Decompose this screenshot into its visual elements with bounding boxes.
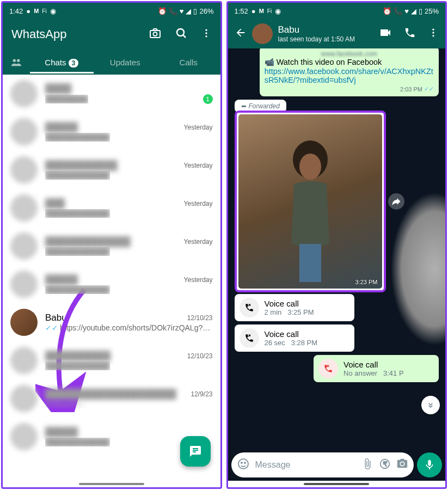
status-time: 1:42 (9, 7, 23, 15)
read-ticks-icon: ✓✓ (424, 85, 434, 93)
chat-preview: ████████████ (45, 171, 110, 180)
search-icon[interactable] (175, 27, 188, 42)
contact-info[interactable]: Babu last seen today at 1:50 AM (278, 24, 374, 43)
voice-call-icon[interactable] (404, 27, 416, 41)
svg-rect-14 (299, 244, 321, 282)
chat-preview: ████████████ (45, 438, 110, 446)
chat-preview: ████████████ (45, 209, 110, 218)
chat-item[interactable]: ███████████ Yesterday ████████████ (3, 151, 220, 189)
svg-point-11 (432, 35, 434, 36)
last-seen: last seen today at 1:50 AM (278, 35, 374, 43)
emoji-icon[interactable] (237, 457, 250, 473)
camera-input-icon[interactable] (396, 458, 408, 472)
chat-preview: ████████████ (45, 362, 110, 370)
unread-badge: 1 (203, 94, 213, 104)
call-log-in[interactable]: Voice call 26 sec 3:28 PM (235, 324, 354, 352)
chat-name: ████ (45, 83, 71, 94)
message-input[interactable]: Message ₹ (231, 452, 414, 477)
call-log-out[interactable]: Voice call No answer 3:41 P (314, 355, 439, 382)
app-dot-icon: ◉ (50, 7, 56, 15)
more-icon[interactable] (201, 28, 212, 41)
svg-point-4 (205, 29, 207, 31)
app-dot-icon: ◉ (275, 7, 281, 15)
tab-calls[interactable]: Calls (157, 51, 220, 74)
tab-updates[interactable]: Updates (94, 51, 157, 74)
alarm-icon: ⏰ (158, 7, 167, 15)
wifi-icon: ♥ (404, 7, 409, 15)
tab-chats[interactable]: Chats3 (30, 51, 94, 74)
read-ticks-icon: ✓✓ (45, 323, 58, 332)
status-bar: 1:52 ● M Fi ◉ ⏰ 📞 ♥ ◢ ▯ 25% (228, 3, 446, 19)
attach-icon[interactable] (361, 458, 373, 472)
contact-name: Babu (278, 24, 374, 35)
chat-preview: KHAxisI?s… (45, 400, 88, 408)
chat-time: 12/10/23 (187, 352, 213, 360)
avatar (10, 232, 38, 260)
communities-icon[interactable] (3, 50, 30, 75)
chat-item[interactable]: █████████████ Yesterday ████████████ (3, 227, 220, 265)
svg-text:₹: ₹ (383, 461, 387, 467)
chat-item[interactable]: ████ ████████ 1 (3, 75, 220, 113)
chat-item[interactable]: ████████████████████ 12/9/23 KHAxisI?s… (3, 379, 220, 418)
contact-avatar[interactable] (252, 23, 273, 44)
chat-item[interactable]: ██████████ 12/10/23 ████████████ (3, 341, 220, 379)
svg-point-2 (177, 29, 184, 36)
msg-text: Watch this video on Facebook (277, 58, 382, 66)
call-log-in[interactable]: Voice call 2 min 3:25 PM (235, 294, 354, 321)
scroll-down-button[interactable] (421, 396, 440, 414)
fi-icon: Fi (267, 8, 272, 14)
fi-icon: Fi (42, 8, 46, 14)
rupee-icon[interactable]: ₹ (379, 458, 391, 472)
chat-item[interactable]: █████ Yesterday ████████████ (3, 113, 220, 151)
chat-item[interactable]: █████ Yesterday ████████████ (3, 265, 220, 303)
avatar (10, 118, 38, 145)
chat-name: █████ (45, 122, 78, 133)
phone-right: 1:52 ● M Fi ◉ ⏰ 📞 ♥ ◢ ▯ 25% Babu last se… (226, 1, 447, 489)
nav-handle[interactable] (79, 483, 144, 485)
message-out[interactable]: www.facebook.com 📹 Watch this video on F… (260, 48, 439, 96)
chat-preview: ✓✓ https://youtube.com/shorts/DOk7irzQAL… (45, 323, 210, 332)
chat-name: █████████████ (45, 236, 131, 247)
input-bar: Message ₹ (228, 449, 446, 481)
svg-point-6 (205, 35, 207, 37)
camera-icon[interactable] (149, 27, 162, 42)
back-icon[interactable] (235, 27, 247, 41)
chat-messages: www.facebook.com 📹 Watch this video on F… (228, 48, 446, 449)
chat-time: Yesterday (184, 276, 213, 284)
nav-handle[interactable] (304, 483, 369, 485)
input-placeholder: Message (255, 460, 357, 470)
chat-preview: ████████ (45, 95, 88, 103)
chat-preview: ████████████ (45, 133, 110, 142)
notif-dot-icon: ● (251, 7, 256, 15)
image-message[interactable]: 3:23 PM (235, 111, 386, 292)
phone-left: 1:42 ● M Fi ◉ ⏰ 📞 ♥ ◢ ▯ 26% WhatsApp Cha… (1, 1, 222, 489)
svg-point-1 (153, 32, 157, 36)
alarm-icon: ⏰ (383, 7, 391, 15)
more-icon[interactable] (428, 27, 439, 40)
app-title: WhatsApp (11, 27, 67, 41)
image-time: 3:23 PM (355, 279, 378, 285)
svg-point-15 (238, 459, 248, 469)
msg-link[interactable]: https://www.facebook.com/share/v/ACXhxpN… (265, 67, 434, 84)
mic-button[interactable] (417, 452, 442, 477)
svg-point-16 (241, 462, 242, 463)
svg-point-17 (244, 462, 246, 463)
svg-point-13 (299, 154, 321, 180)
signal-icon: ◢ (411, 7, 416, 15)
video-call-icon[interactable] (379, 26, 392, 41)
battery-pct: 26% (199, 7, 213, 15)
svg-line-3 (183, 35, 186, 38)
wifi-calling-icon: 📞 (169, 7, 177, 15)
status-time: 1:52 (235, 7, 248, 15)
whatsapp-header: WhatsApp (3, 19, 220, 50)
chat-preview: ████████████ (45, 285, 110, 294)
person-photo (272, 135, 348, 282)
gmail-icon: M (34, 8, 39, 14)
chat-item[interactable]: ███ Yesterday ████████████ (3, 189, 220, 227)
chat-preview: ████████████ (45, 247, 110, 256)
gmail-icon: M (259, 8, 264, 14)
forward-button[interactable] (388, 193, 404, 210)
chat-item-babu[interactable]: Babu 12/10/23 ✓✓ https://youtube.com/sho… (3, 303, 220, 341)
new-chat-button[interactable] (180, 436, 211, 467)
chat-name: ██████████ (45, 351, 111, 362)
